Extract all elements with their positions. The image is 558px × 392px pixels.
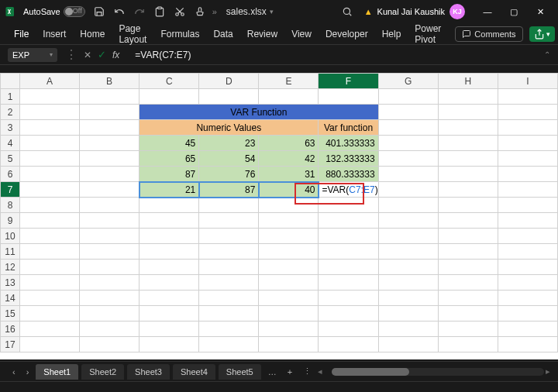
- sheet-tab[interactable]: Sheet3: [127, 364, 170, 380]
- sheet-tab[interactable]: Sheet5: [219, 364, 261, 380]
- row-header[interactable]: 9: [1, 213, 20, 229]
- row-header[interactable]: 12: [1, 260, 20, 275]
- tab-home[interactable]: Home: [80, 29, 105, 40]
- cell[interactable]: 87: [140, 167, 199, 182]
- col-header[interactable]: B: [80, 74, 140, 89]
- row-header[interactable]: 17: [1, 337, 20, 352]
- cell[interactable]: 401.333333: [319, 136, 378, 151]
- cell[interactable]: 21: [140, 182, 199, 198]
- maximize-button[interactable]: ▢: [501, 1, 527, 22]
- tab-power-pivot[interactable]: Power Pivot: [415, 23, 441, 45]
- active-cell[interactable]: =VAR(C7:E7): [319, 182, 378, 198]
- prev-sheet-icon[interactable]: ‹: [8, 367, 20, 377]
- cell-header[interactable]: Var function: [319, 120, 378, 136]
- cell[interactable]: 54: [199, 151, 259, 167]
- tab-data[interactable]: Data: [213, 29, 232, 40]
- row-header[interactable]: 6: [1, 167, 20, 182]
- col-header[interactable]: E: [259, 74, 319, 89]
- cell-title[interactable]: VAR Function: [140, 105, 378, 120]
- undo-icon[interactable]: [112, 4, 127, 19]
- horizontal-scrollbar[interactable]: [332, 368, 544, 376]
- tab-developer[interactable]: Developer: [326, 29, 368, 40]
- share-button[interactable]: ▾: [529, 26, 555, 42]
- more-qat-icon[interactable]: »: [212, 7, 217, 16]
- row-header[interactable]: 14: [1, 291, 20, 306]
- row-header[interactable]: 16: [1, 322, 20, 337]
- tab-help[interactable]: Help: [382, 29, 401, 40]
- row-header[interactable]: 5: [1, 151, 20, 167]
- name-box[interactable]: EXP ▾: [8, 48, 57, 62]
- tab-view[interactable]: View: [291, 29, 312, 40]
- accept-formula-icon[interactable]: ✓: [98, 49, 106, 60]
- next-sheet-icon[interactable]: ›: [22, 367, 34, 377]
- cell[interactable]: 45: [140, 136, 199, 151]
- col-header[interactable]: F: [319, 74, 378, 89]
- col-header[interactable]: D: [199, 74, 259, 89]
- cell[interactable]: 132.333333: [319, 151, 378, 167]
- excel-logo-icon: [5, 5, 19, 19]
- worksheet[interactable]: A B C D E F G H I 1 2VAR Function 3Numer…: [0, 73, 558, 359]
- tab-page-layout[interactable]: Page Layout: [119, 23, 146, 45]
- cell-header[interactable]: Numeric Values: [140, 120, 319, 136]
- row-header[interactable]: 4: [1, 136, 20, 151]
- tab-file[interactable]: File: [14, 29, 29, 40]
- cell[interactable]: 63: [259, 136, 319, 151]
- minimize-button[interactable]: ―: [474, 1, 501, 22]
- col-header[interactable]: I: [498, 74, 557, 89]
- select-all-corner[interactable]: [1, 74, 20, 89]
- row-header[interactable]: 10: [1, 229, 20, 244]
- tab-insert[interactable]: Insert: [43, 29, 66, 40]
- cell[interactable]: 23: [199, 136, 259, 151]
- col-header[interactable]: G: [378, 74, 438, 89]
- ribbon: File Insert Home Page Layout Formulas Da…: [0, 23, 558, 45]
- row-header[interactable]: 1: [1, 89, 20, 105]
- formula-bar: EXP ▾ ⋮ ✕ ✓ fx =VAR(C7:E7) ⌃: [0, 45, 558, 65]
- expand-formula-icon[interactable]: ⌃: [544, 50, 550, 59]
- row-header[interactable]: 15: [1, 306, 20, 322]
- status-bar: [0, 381, 558, 392]
- cell[interactable]: 65: [140, 151, 199, 167]
- row-header[interactable]: 2: [1, 105, 20, 120]
- fx-icon[interactable]: fx: [112, 50, 119, 60]
- formula-input[interactable]: =VAR(C7:E7): [135, 50, 191, 60]
- filename[interactable]: sales.xlsx: [226, 6, 267, 17]
- cut-icon[interactable]: [172, 4, 188, 19]
- tab-review[interactable]: Review: [247, 29, 277, 40]
- comments-button[interactable]: Comments: [455, 26, 522, 42]
- sheet-tab[interactable]: Sheet4: [173, 364, 215, 380]
- cancel-formula-icon[interactable]: ✕: [84, 50, 91, 60]
- user-account[interactable]: ▲ Kunal Jai Kaushik KJ: [364, 4, 465, 19]
- cell[interactable]: 76: [199, 167, 259, 182]
- cell[interactable]: 880.333333: [319, 167, 378, 182]
- redo-icon[interactable]: [132, 4, 147, 19]
- col-header[interactable]: H: [438, 74, 498, 89]
- close-button[interactable]: ✕: [527, 1, 553, 22]
- sheet-tab[interactable]: Sheet2: [81, 364, 124, 380]
- col-header[interactable]: C: [140, 74, 199, 89]
- cell[interactable]: 31: [259, 167, 319, 182]
- search-icon[interactable]: [339, 4, 355, 19]
- more-sheets-icon[interactable]: …: [264, 367, 281, 377]
- svg-rect-0: [6, 7, 15, 16]
- cell[interactable]: 87: [199, 182, 259, 198]
- tab-formulas[interactable]: Formulas: [160, 29, 199, 40]
- sheet-tab[interactable]: Sheet1: [36, 364, 78, 380]
- col-header[interactable]: A: [19, 74, 79, 89]
- cell[interactable]: 40: [259, 182, 319, 198]
- row-header[interactable]: 11: [1, 244, 20, 260]
- add-sheet-icon[interactable]: +: [283, 367, 297, 377]
- row-header[interactable]: 7: [1, 182, 20, 198]
- share-icon: [534, 29, 545, 40]
- row-header[interactable]: 13: [1, 275, 20, 291]
- autosave-toggle[interactable]: AutoSave Off: [23, 6, 85, 17]
- chevron-down-icon[interactable]: ▾: [270, 8, 274, 15]
- title-bar: AutoSave Off » sales.xlsx ▾ ▲ Kunal Jai …: [0, 0, 558, 23]
- avatar: KJ: [450, 4, 465, 19]
- row-header[interactable]: 3: [1, 120, 20, 136]
- row-header[interactable]: 8: [1, 198, 20, 213]
- sheet-options-icon[interactable]: ⋮: [298, 366, 316, 377]
- touch-icon[interactable]: [192, 4, 208, 19]
- clipboard-icon[interactable]: [152, 4, 167, 19]
- save-icon[interactable]: [91, 4, 107, 19]
- cell[interactable]: 42: [259, 151, 319, 167]
